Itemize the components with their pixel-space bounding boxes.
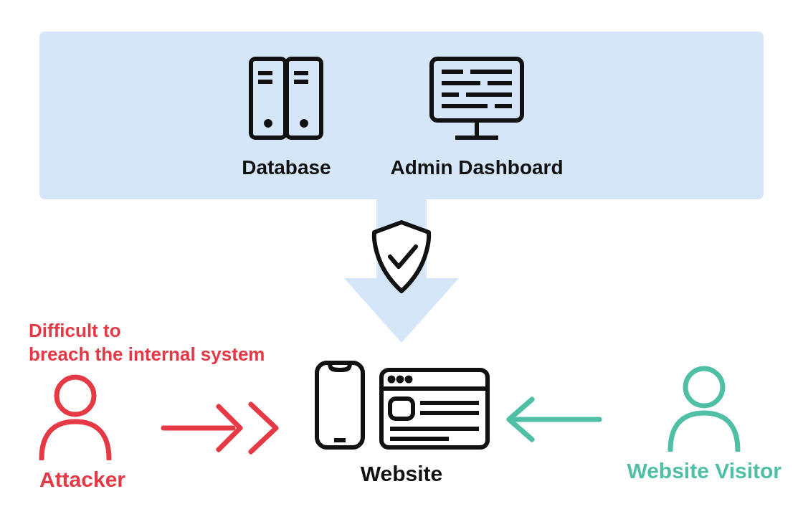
visitor-group: Website Visitor <box>498 358 781 483</box>
attacker-note-line1: Difficult to <box>29 320 121 341</box>
svg-point-3 <box>266 121 270 125</box>
svg-point-7 <box>302 121 306 125</box>
database-item: Database <box>239 52 333 179</box>
visitor-label: Website Visitor <box>627 459 781 483</box>
svg-rect-21 <box>317 363 363 447</box>
person-icon <box>29 450 122 462</box>
svg-point-25 <box>390 378 394 381</box>
bottom-row: Difficult to breach the internal system … <box>0 319 803 505</box>
backend-box: Database <box>39 32 764 199</box>
browser-icon <box>377 366 492 455</box>
attacker-figure: Attacker <box>29 367 301 492</box>
visitor-arrow-icon <box>498 391 605 451</box>
attacker-note-line2: breach the internal system <box>29 343 265 365</box>
admin-dashboard-label: Admin Dashboard <box>390 156 563 179</box>
svg-rect-8 <box>432 59 522 120</box>
svg-point-27 <box>407 378 411 381</box>
visitor-person-col: Website Visitor <box>627 358 781 483</box>
attack-arrow-icon <box>158 396 294 463</box>
database-label: Database <box>242 156 331 179</box>
attacker-note: Difficult to breach the internal system <box>29 319 301 366</box>
svg-point-19 <box>57 377 94 414</box>
phone-icon <box>311 358 369 455</box>
svg-rect-28 <box>390 399 413 419</box>
monitor-icon <box>423 52 531 148</box>
svg-point-34 <box>685 369 723 406</box>
website-group: Website <box>311 358 492 486</box>
admin-dashboard-item: Admin Dashboard <box>390 52 563 179</box>
attacker-person-col: Attacker <box>29 367 136 492</box>
svg-point-26 <box>399 378 402 381</box>
database-icon <box>239 52 333 148</box>
diagram-canvas: Database <box>0 0 803 532</box>
attacker-group: Difficult to breach the internal system … <box>29 319 301 492</box>
website-label: Website <box>361 462 442 486</box>
person-icon <box>657 358 751 455</box>
attacker-label: Attacker <box>29 467 136 492</box>
